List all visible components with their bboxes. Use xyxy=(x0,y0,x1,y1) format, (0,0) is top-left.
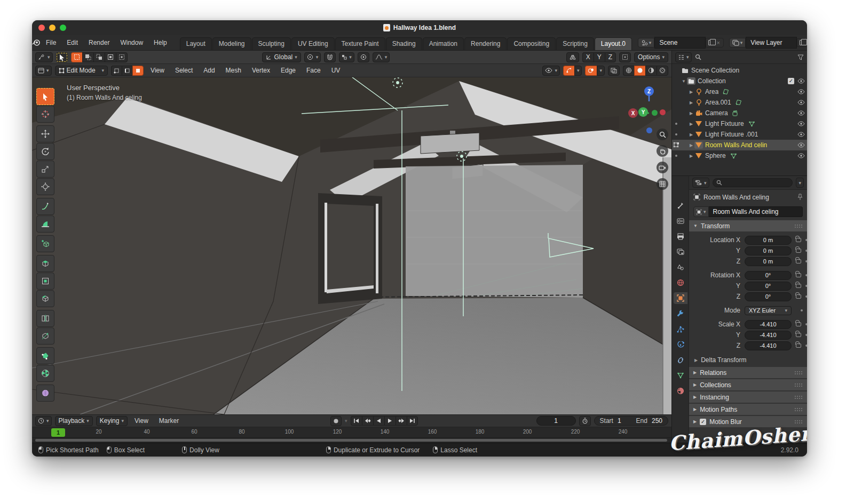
cursor-tool[interactable] xyxy=(36,106,54,123)
gizmos-dropdown[interactable]: ▾ xyxy=(574,66,582,76)
current-frame-badge[interactable]: 1 xyxy=(51,428,65,437)
playback-dropdown[interactable]: Playback▾ xyxy=(55,416,93,426)
timeline-ruler[interactable]: 1 20 40 60 80 100 120 140 160 180 200 22… xyxy=(32,427,671,438)
tab-layout-0[interactable]: Layout.0 xyxy=(595,37,632,50)
menu-window[interactable]: Window xyxy=(115,35,148,50)
disclosure-triangle-icon[interactable]: ▶ xyxy=(688,111,694,116)
animate-dot[interactable] xyxy=(805,334,807,336)
tab-modeling[interactable]: Modeling xyxy=(212,37,251,50)
outliner-row-area[interactable]: ▶ Area xyxy=(672,86,807,97)
tab-world[interactable] xyxy=(674,277,687,289)
tab-object-data[interactable] xyxy=(674,370,687,381)
rotation-z-field[interactable]: 0° xyxy=(745,292,792,301)
animate-dot[interactable] xyxy=(805,239,807,241)
animate-dot[interactable] xyxy=(805,323,807,325)
outliner-row-room-walls[interactable]: ▶ Room Walls And celin xyxy=(672,140,807,150)
inset-faces-tool[interactable] xyxy=(36,273,54,290)
keying-dropdown[interactable]: Keying▾ xyxy=(96,416,128,426)
properties-filter-dropdown[interactable]: ▾ xyxy=(796,178,804,188)
outliner-row-light-fixtuure-001[interactable]: ▶ Light Fixtuure .001 xyxy=(672,129,807,140)
mirror-icon[interactable] xyxy=(566,52,579,62)
editor-type-dropdown[interactable]: ▾ xyxy=(35,66,52,76)
jump-to-end-button[interactable] xyxy=(407,416,418,426)
view-layer-name-field[interactable]: View Layer xyxy=(746,37,797,49)
viewport-menu-edge[interactable]: Edge xyxy=(277,67,299,74)
move-view-button[interactable] xyxy=(657,145,668,157)
auto-keying-button[interactable] xyxy=(330,416,342,426)
current-frame-field[interactable]: 1 xyxy=(536,416,576,426)
object-id-dropdown[interactable]: ▾ xyxy=(693,206,709,217)
add-cube-tool[interactable] xyxy=(36,235,54,252)
outliner-row-area-001[interactable]: ▶ Area.001 xyxy=(672,97,807,108)
eye-icon[interactable] xyxy=(797,121,805,126)
relations-panel[interactable]: ▶Relations xyxy=(689,367,807,378)
end-frame-field[interactable]: 250 xyxy=(652,417,662,425)
tab-render[interactable] xyxy=(674,215,687,227)
wireframe-shading-button[interactable] xyxy=(623,66,634,76)
tab-material[interactable] xyxy=(674,385,687,397)
outliner-filter-icon[interactable] xyxy=(797,54,804,60)
annotate-tool[interactable] xyxy=(36,198,54,215)
zoom-view-button[interactable] xyxy=(657,129,668,140)
eye-icon[interactable] xyxy=(797,89,805,94)
transform-panel-header[interactable]: ▼Transform xyxy=(689,220,807,231)
axis-y-neg-dot[interactable] xyxy=(652,110,658,116)
tab-shading[interactable]: Shading xyxy=(386,37,422,50)
lock-icon[interactable] xyxy=(796,273,801,277)
select-intersect-button[interactable] xyxy=(116,52,128,62)
disclosure-triangle-icon[interactable]: ▶ xyxy=(688,143,694,148)
animate-dot[interactable] xyxy=(805,274,807,276)
vertex-select-button[interactable] xyxy=(111,66,122,76)
move-tool[interactable] xyxy=(36,125,54,142)
mode-dropdown[interactable]: Edit Mode▾ xyxy=(55,66,108,76)
animate-dot[interactable] xyxy=(805,345,807,347)
snap-settings-dropdown[interactable]: ▾ xyxy=(339,52,354,62)
tab-constraints[interactable] xyxy=(674,354,687,366)
tab-view-layer[interactable] xyxy=(674,246,687,258)
disclosure-triangle-icon[interactable]: ▶ xyxy=(688,90,694,94)
next-keyframe-button[interactable] xyxy=(396,416,407,426)
panel-grip[interactable] xyxy=(794,224,803,228)
location-y-field[interactable]: 0 m xyxy=(745,246,792,255)
gizmos-toggle-button[interactable] xyxy=(563,66,574,76)
axis-x-ball[interactable]: X xyxy=(628,108,638,118)
overlays-dropdown[interactable]: ▾ xyxy=(597,66,605,76)
location-z-field[interactable]: 0 m xyxy=(745,257,792,266)
animate-dot[interactable] xyxy=(805,250,807,252)
viewport-menu-vertex[interactable]: Vertex xyxy=(248,67,274,74)
tab-particles[interactable] xyxy=(674,323,687,335)
animate-dot[interactable] xyxy=(801,309,803,311)
tab-object[interactable] xyxy=(674,292,687,304)
disclosure-triangle-icon[interactable]: ▶ xyxy=(688,100,694,105)
menu-render[interactable]: Render xyxy=(83,35,115,50)
blender-logo-icon[interactable] xyxy=(32,35,41,50)
tab-output[interactable] xyxy=(674,230,687,242)
scale-y-field[interactable]: -4.410 xyxy=(745,331,792,340)
play-button[interactable] xyxy=(384,416,396,426)
outliner-editor-dropdown[interactable]: ▾ xyxy=(675,52,692,62)
camera-view-button[interactable] xyxy=(657,162,668,173)
viewport-menu-view[interactable]: View xyxy=(147,67,168,74)
viewport-menu-add[interactable]: Add xyxy=(200,67,218,74)
timeline-scrollbar[interactable] xyxy=(32,438,671,443)
collection-checkbox[interactable]: ✓ xyxy=(788,78,794,84)
viewport-menu-uv[interactable]: UV xyxy=(328,67,344,74)
select-new-button[interactable] xyxy=(71,52,82,62)
rendered-shading-button[interactable] xyxy=(657,66,668,76)
axis-z-neg-dot[interactable] xyxy=(646,127,652,133)
scene-browse-button[interactable]: ▾ xyxy=(638,38,655,47)
eye-icon[interactable] xyxy=(797,110,805,116)
close-window-button[interactable] xyxy=(38,25,45,31)
ortho-toggle-button[interactable] xyxy=(657,178,668,190)
scale-z-field[interactable]: -4.410 xyxy=(745,341,792,350)
tab-layout[interactable]: Layout xyxy=(180,37,212,50)
mirror-z-button[interactable]: Z xyxy=(605,52,616,62)
menu-help[interactable]: Help xyxy=(148,35,172,50)
face-select-button[interactable] xyxy=(132,66,144,76)
panel-grip[interactable] xyxy=(794,383,803,387)
menu-file[interactable]: File xyxy=(41,35,61,50)
scale-tool[interactable] xyxy=(36,161,54,178)
disclosure-triangle-icon[interactable]: ▶ xyxy=(688,122,694,126)
timeline-menu-view[interactable]: View xyxy=(131,417,152,425)
loop-cut-tool[interactable] xyxy=(36,310,54,327)
